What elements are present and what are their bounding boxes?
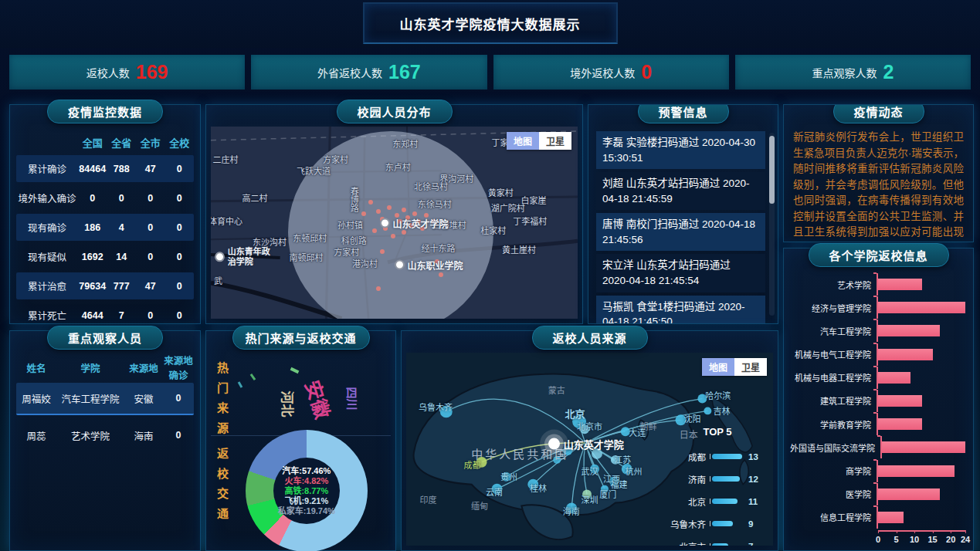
- wordcloud-mini-word: [238, 381, 243, 387]
- panel-title: 返校人员来源: [531, 326, 647, 350]
- map-mode-button[interactable]: 地图: [702, 358, 734, 376]
- title-box: 山东英才学院疫情大数据展示: [363, 2, 618, 44]
- poi-vocational-college: 山东职业学院: [395, 259, 463, 272]
- panel-title: 疫情动态: [832, 104, 924, 123]
- table-row: 境外输入确诊0000: [16, 184, 194, 211]
- bar: [712, 454, 742, 459]
- panel-news: 疫情动态 新冠肺炎例行发布会上，世卫组织卫生紧急项目负责人迈克尔·瑞安表示，随时…: [783, 104, 974, 242]
- map-mode-button[interactable]: 地图: [507, 132, 539, 150]
- bar: [712, 476, 740, 482]
- dashboard: 山东英才学院疫情大数据展示 返校人数 169 外省返校人数 167 境外返校人数…: [0, 0, 980, 551]
- bar: [882, 441, 965, 453]
- panel-monitor-data: 疫情监控数据 全国 全省 全市 全校 累计确诊84464788470 境外输入确…: [9, 104, 201, 324]
- panel-title: 疫情监控数据: [47, 100, 163, 123]
- bar: [878, 512, 904, 523]
- page-title: 山东英才学院疫情大数据展示: [400, 14, 581, 33]
- donut-center-labels: 汽车:57.46% 火车:4.82% 高铁:8.77% 飞机:9.21% 私家车…: [278, 466, 335, 516]
- panel-title: 重点观察人员: [47, 326, 163, 350]
- campus-map: 东郑村 丁家村 二庄村 方家村 东卢村 飞跃大道 界沟河村 北徐马村 黄家村 白…: [211, 127, 578, 319]
- table-row: 累计治愈79634777470: [16, 272, 194, 299]
- scrollbar-track[interactable]: [769, 133, 775, 316]
- poi-marker-icon: [395, 260, 405, 270]
- source-map: 蒙古 哈尔滨 吉林 沈阳 朝鲜 北京 北京市 大连 日本 乌鲁木齐 成都 武汉 …: [406, 353, 773, 546]
- hub-marker: 山东英才学院: [548, 436, 624, 451]
- warning-list: 李磊 实验楼扫码通过 2020-04-30 15:30:51 刘超 山东英才站扫…: [588, 105, 778, 324]
- section-label-transport: 返校交通: [214, 448, 231, 528]
- campus-map-toggle: 地图 卫星: [507, 132, 571, 150]
- bar: [878, 372, 910, 384]
- stat-tiles: 返校人数 169 外省返校人数 167 境外返校人数 0 重点观察人数 2: [9, 55, 971, 90]
- table-header: 全国 全省 全市 全校: [16, 131, 194, 153]
- panel-key-persons: 重点观察人员 姓名学院来源地来源地确诊 周福姣汽车工程学院安徽0 周蕊艺术学院海…: [9, 330, 201, 551]
- table-header: 姓名学院来源地来源地确诊: [16, 356, 194, 379]
- table-row: 现有疑似16921400: [16, 243, 194, 270]
- top5-chart: TOP 5 成都13 济南12 北京11 乌鲁木齐9 北京市7: [668, 426, 767, 546]
- poi-marker-icon: [215, 252, 225, 262]
- bar: [878, 302, 965, 313]
- bar: [878, 465, 955, 477]
- table-row: 累计确诊84464788470: [16, 155, 194, 182]
- bar: [878, 488, 940, 500]
- hub-dot-icon: [548, 438, 560, 449]
- panel-campus-map: 校园人员分布 东郑村 丁家村 二庄村 方家村 东卢村 飞跃大道 界沟: [205, 104, 583, 324]
- college-bar-chart: 艺术学院 经济与管理学院 汽车工程学院 机械与电气工程学院 机械与电器工程学院 …: [790, 273, 965, 529]
- scrollbar-thumb[interactable]: [769, 136, 775, 204]
- news-text: 新冠肺炎例行发布会上，世卫组织卫生紧急项目负责人迈克尔·瑞安表示，随时间推移将重…: [784, 105, 973, 242]
- table-row: 现有确诊186400: [16, 214, 194, 241]
- panel-title: 各个学院返校信息: [808, 243, 948, 267]
- poi-yingcai-college: 山东英才学院: [380, 216, 449, 229]
- bar: [712, 543, 728, 546]
- stat-returned-abroad: 境外返校人数 0: [493, 55, 729, 90]
- poi-marker-icon: [380, 218, 390, 228]
- panel-title: 热门来源与返校交通: [232, 326, 369, 350]
- section-label-sources: 热门来源: [214, 362, 231, 442]
- panel-title: 预警信息: [637, 104, 728, 123]
- stat-returned-other-province: 外省返校人数 167: [251, 55, 487, 90]
- bar: [712, 499, 738, 504]
- panel-title: 校园人员分布: [336, 100, 452, 123]
- monitor-table: 全国 全省 全市 全校 累计确诊84464788470 境外输入确诊0000 现…: [10, 105, 200, 329]
- list-item: 唐博 南校门扫码通过 2020-04-18 21:45:56: [596, 213, 765, 251]
- panel-college-chart: 各个学院返校信息 艺术学院 经济与管理学院 汽车工程学院 机械与电气工程学院 机…: [783, 248, 974, 551]
- list-item: 马振凯 食堂1楼扫码通过 2020-04-18 21:45:50: [596, 296, 765, 325]
- panel-source-map: 返校人员来源: [401, 330, 778, 551]
- panel-transport: 热门来源与返校交通 热门来源 返校交通 河北 安徽 四川 汽车:57.46% 火…: [205, 330, 396, 551]
- bar: [712, 521, 733, 526]
- wordcloud-mini-word: [250, 374, 256, 380]
- bar: [878, 418, 922, 430]
- table-row: 累计死亡4644700: [16, 302, 194, 329]
- panel-warnings: 预警信息 李磊 实验楼扫码通过 2020-04-30 15:30:51 刘超 山…: [588, 104, 778, 324]
- bar: [878, 349, 933, 360]
- bar: [878, 279, 922, 290]
- header: 山东英才学院疫情大数据展示: [0, 0, 980, 48]
- x-axis: 0 5 10 15 20 24: [878, 530, 965, 546]
- satellite-mode-button[interactable]: 卫星: [539, 132, 571, 150]
- table-row: 周蕊艺术学院海南0: [16, 419, 194, 451]
- bar: [878, 395, 922, 407]
- list-item: 刘超 山东英才站扫码通过 2020-04-18 21:45:59: [596, 172, 765, 210]
- list-item: 宋立洋 山东英才站扫码通过 2020-04-18 21:45:54: [596, 254, 765, 292]
- stat-returned: 返校人数 169: [9, 55, 245, 90]
- wordcloud-mini-word: [290, 367, 300, 374]
- bar: [878, 325, 940, 336]
- stat-key-observed: 重点观察人数 2: [735, 55, 971, 90]
- list-item: 李磊 实验楼扫码通过 2020-04-30 15:30:51: [596, 131, 765, 169]
- source-map-toggle: 地图 卫星: [702, 358, 767, 376]
- satellite-mode-button[interactable]: 卫星: [734, 358, 767, 376]
- poi-youth-college: 山东青年政治学院: [215, 248, 277, 267]
- table-row: 周福姣汽车工程学院安徽0: [16, 383, 194, 415]
